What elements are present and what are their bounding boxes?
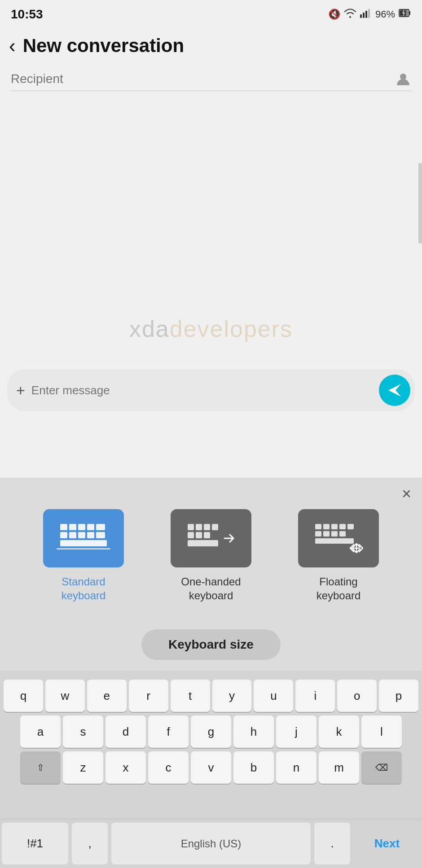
svg-rect-31 [331,524,338,529]
key-p[interactable]: p [379,680,418,712]
recipient-row [0,62,422,91]
key-s[interactable]: s [63,715,103,748]
svg-rect-11 [78,524,85,530]
send-button[interactable] [379,375,410,406]
svg-rect-9 [60,524,67,530]
key-q[interactable]: q [4,680,43,712]
key-space[interactable]: English (US) [111,823,311,864]
svg-rect-32 [339,524,346,529]
key-l[interactable]: l [361,715,402,748]
key-b[interactable]: b [233,751,274,784]
svg-rect-34 [315,531,321,537]
key-f[interactable]: f [148,715,189,748]
key-next[interactable]: Next [354,823,420,864]
key-u[interactable]: u [254,680,293,712]
svg-rect-5 [409,11,410,15]
bottom-keyboard-row: !#1 , English (US) . Next [0,819,422,868]
svg-rect-10 [69,524,76,530]
svg-rect-15 [69,532,76,538]
mute-icon: 🔇 [328,9,340,20]
key-g[interactable]: g [191,715,231,748]
keyboard-row-1: q w e r t y u i o p [4,680,418,712]
message-text-input[interactable] [31,384,373,397]
standard-keyboard-label: Standardkeyboard [62,575,106,602]
keyboard-options: Standardkeyboard [11,509,411,602]
svg-rect-24 [212,524,218,530]
key-t[interactable]: t [171,680,210,712]
keyboard-close-button[interactable]: × [402,486,411,502]
key-e[interactable]: e [87,680,127,712]
svg-rect-3 [368,9,370,18]
status-time: 10:53 [11,7,43,22]
signal-icon [360,8,372,21]
key-y[interactable]: y [212,680,252,712]
key-m[interactable]: m [319,751,359,784]
svg-rect-37 [339,531,346,537]
svg-rect-25 [188,532,194,538]
floating-keyboard-icon [298,509,379,567]
key-comma[interactable]: , [72,823,108,864]
key-period[interactable]: . [314,823,350,864]
status-icons: 🔇 96% [328,8,411,21]
svg-rect-36 [331,531,338,537]
add-attachment-button[interactable]: + [16,383,25,398]
svg-rect-23 [204,524,210,530]
svg-rect-16 [78,532,85,538]
key-c[interactable]: c [148,751,189,784]
keyboard-row-3: ⇧ z x c v b n m ⌫ [4,751,418,784]
key-n[interactable]: n [276,751,316,784]
svg-rect-19 [60,540,107,546]
key-z[interactable]: z [63,751,103,784]
watermark: xda developers [0,315,422,342]
svg-rect-27 [204,532,210,538]
svg-rect-35 [323,531,330,537]
keyboard-keys: q w e r t y u i o p a s d f g h j k l ⇧ … [0,676,422,784]
floating-keyboard-option[interactable]: Floatingkeyboard [294,509,383,602]
key-shift[interactable]: ⇧ [20,751,61,784]
battery-text: 96% [375,9,395,20]
standard-keyboard-option[interactable]: Standardkeyboard [39,509,128,602]
keyboard-type-selector: × [0,478,422,671]
keyboard-size-button[interactable]: Keyboard size [141,629,281,660]
back-button[interactable]: ‹ [9,36,16,56]
send-icon [387,382,403,398]
svg-rect-14 [60,532,67,538]
key-w[interactable]: w [45,680,85,712]
keyboard-row-2: a s d f g h j k l [4,715,418,748]
key-d[interactable]: d [106,715,146,748]
wifi-icon [344,8,356,21]
page-title: New conversation [23,35,184,57]
svg-point-8 [400,74,406,80]
recipient-input[interactable] [11,72,395,91]
key-a[interactable]: a [20,715,61,748]
svg-rect-18 [96,532,105,538]
svg-rect-29 [315,524,321,529]
svg-rect-21 [188,524,194,530]
status-bar: 10:53 🔇 96% [0,0,422,27]
svg-rect-22 [196,524,202,530]
key-k[interactable]: k [319,715,359,748]
svg-rect-38 [315,538,354,544]
scrollbar-hint[interactable] [418,163,422,244]
key-i[interactable]: i [295,680,335,712]
one-handed-keyboard-option[interactable]: One-handedkeyboard [166,509,256,602]
key-v[interactable]: v [191,751,231,784]
standard-keyboard-icon [43,509,124,567]
header: ‹ New conversation [0,27,422,62]
key-h[interactable]: h [233,715,274,748]
key-x[interactable]: x [106,751,146,784]
key-r[interactable]: r [129,680,168,712]
key-o[interactable]: o [337,680,377,712]
recipient-person-icon [395,71,411,91]
key-j[interactable]: j [276,715,316,748]
svg-rect-7 [406,10,409,16]
svg-rect-28 [188,540,218,546]
svg-rect-20 [57,548,110,550]
svg-rect-26 [196,532,202,538]
key-backspace[interactable]: ⌫ [361,751,402,784]
message-area: xda developers [0,91,422,369]
svg-rect-0 [360,14,362,18]
one-handed-keyboard-label: One-handedkeyboard [181,575,241,602]
key-special-chars[interactable]: !#1 [2,823,68,864]
watermark-xda: xda [129,315,170,342]
